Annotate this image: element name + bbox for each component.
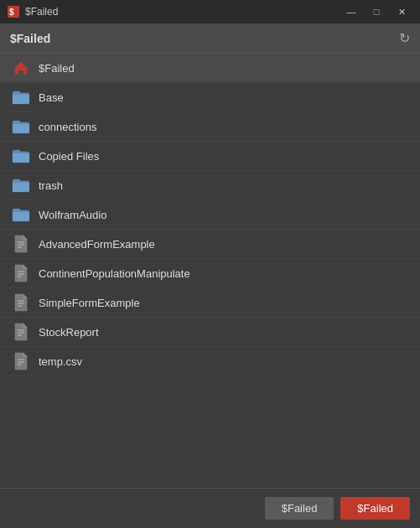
list-item[interactable]: Base	[0, 83, 420, 112]
file-name-label: trash	[39, 179, 63, 192]
list-item[interactable]: ContinentPopulationManipulate	[0, 259, 420, 288]
cancel-button[interactable]: $Failed	[265, 497, 334, 520]
list-item[interactable]: AdvancedFormExample	[0, 230, 420, 259]
minimize-button[interactable]: —	[340, 0, 363, 23]
header-bar: $Failed ↻	[0, 23, 420, 54]
file-name-label: $Failed	[39, 62, 75, 75]
folder-icon	[12, 147, 30, 165]
bottom-bar: $Failed $Failed	[0, 488, 420, 528]
header-title: $Failed	[10, 32, 50, 45]
maximize-button[interactable]: □	[365, 0, 388, 23]
svg-rect-6	[13, 212, 29, 221]
list-item[interactable]: $Failed	[0, 54, 420, 83]
home-icon	[12, 59, 30, 77]
list-item[interactable]: WolframAudio	[0, 200, 420, 230]
file-name-label: Base	[39, 91, 64, 104]
file-name-label: connections	[39, 121, 96, 133]
file-list: $Failed Base connections Copied Files tr…	[0, 54, 420, 488]
confirm-button[interactable]: $Failed	[340, 497, 410, 520]
list-item[interactable]: SimpleFormExample	[0, 288, 420, 318]
file-icon	[12, 352, 30, 370]
file-name-label: StockReport	[39, 326, 99, 339]
folder-icon	[12, 117, 30, 136]
list-item[interactable]: Copied Files	[0, 142, 420, 171]
svg-rect-2	[13, 95, 29, 104]
file-icon	[12, 293, 30, 312]
list-item[interactable]: temp.csv	[0, 347, 420, 376]
file-icon	[12, 323, 30, 341]
svg-rect-4	[13, 153, 29, 163]
file-name-label: ContinentPopulationManipulate	[39, 267, 190, 280]
list-item[interactable]: trash	[0, 171, 420, 200]
app-icon: $	[7, 5, 20, 18]
folder-icon	[12, 205, 30, 224]
file-name-label: AdvancedFormExample	[39, 238, 155, 251]
file-icon	[12, 264, 30, 282]
svg-rect-5	[13, 183, 29, 192]
file-name-label: temp.csv	[39, 355, 82, 368]
svg-text:$: $	[9, 8, 14, 17]
file-name-label: WolframAudio	[39, 209, 106, 221]
window-controls: — □ ✕	[340, 0, 413, 23]
list-item[interactable]: connections	[0, 112, 420, 142]
list-item[interactable]: StockReport	[0, 318, 420, 347]
file-icon	[12, 235, 30, 253]
title-bar: $ $Failed — □ ✕	[0, 0, 420, 23]
file-name-label: SimpleFormExample	[39, 297, 140, 309]
refresh-icon[interactable]: ↻	[399, 30, 410, 46]
file-name-label: Copied Files	[39, 150, 99, 163]
window-title: $Failed	[25, 6, 340, 18]
svg-rect-3	[13, 124, 29, 133]
close-button[interactable]: ✕	[390, 0, 413, 23]
folder-icon	[12, 88, 30, 106]
folder-icon	[12, 176, 30, 194]
